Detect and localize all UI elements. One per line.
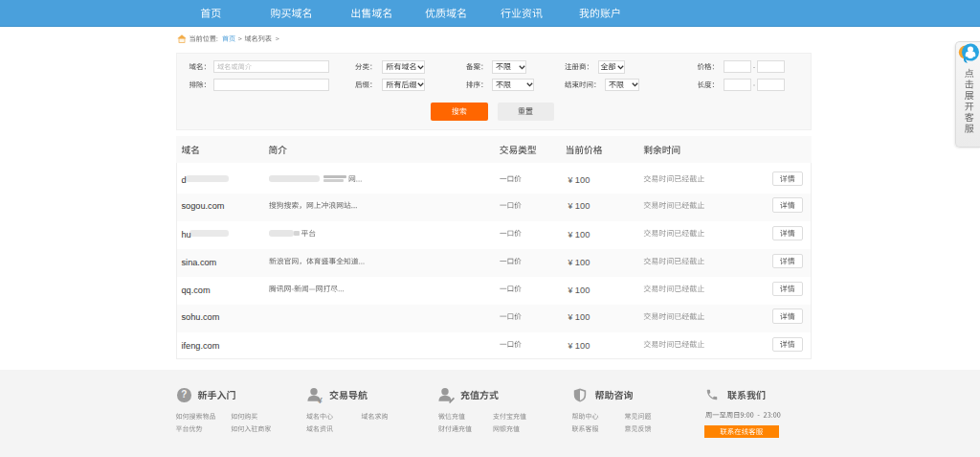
svg-text:¥: ¥ — [318, 396, 323, 403]
